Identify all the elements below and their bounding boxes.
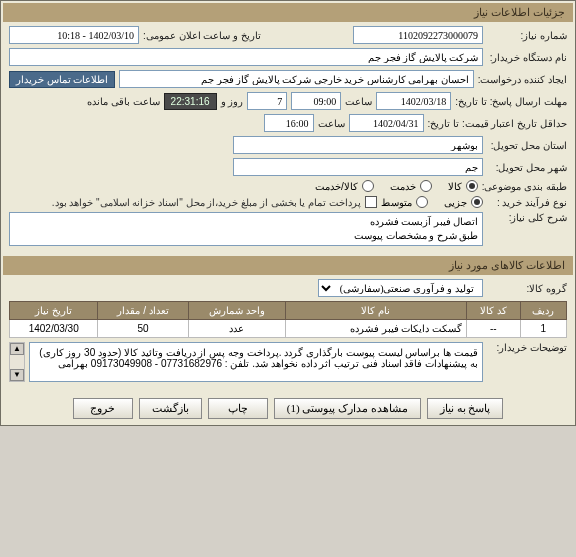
buyer-desc-box[interactable]: قیمت ها براساس لیست پیوست بارگذاری گردد … (29, 342, 483, 382)
radio-goods[interactable] (466, 180, 478, 192)
respond-button[interactable]: پاسخ به نیاز (427, 398, 504, 419)
deadline-date-input[interactable] (376, 92, 451, 110)
req-no-label: شماره نیاز: (487, 30, 567, 41)
category-label: طبقه بندی موضوعی: (482, 181, 567, 192)
buyer-input[interactable] (9, 48, 483, 66)
scroll-up-icon[interactable]: ▲ (10, 343, 24, 355)
radio-goods-label: کالا (448, 181, 462, 192)
buyer-label: نام دستگاه خریدار: (487, 52, 567, 63)
creator-input[interactable] (119, 70, 474, 88)
info-section: جزئیات اطلاعات نیاز شماره نیاز: تاریخ و … (3, 3, 573, 254)
group-select[interactable]: تولید و فرآوری صنعتی(سفارشی) (318, 279, 483, 297)
table-row[interactable]: 1 -- گسکت دایکات فیبر فشرده عدد 50 1402/… (10, 320, 567, 338)
announce-input[interactable] (9, 26, 139, 44)
announce-label: تاریخ و ساعت اعلان عمومی: (143, 30, 261, 41)
time-label-1: ساعت (345, 96, 372, 107)
cell-unit: عدد (188, 320, 285, 338)
radio-service-label: خدمت (390, 181, 416, 192)
items-section: اطلاعات کالاهای مورد نیاز گروه کالا: تول… (3, 256, 573, 390)
cell-code: -- (467, 320, 521, 338)
back-button[interactable]: بازگشت (139, 398, 202, 419)
cell-n: 1 (520, 320, 566, 338)
col-qty: تعداد / مقدار (98, 302, 188, 320)
validity-date-input[interactable] (349, 114, 424, 132)
info-header: جزئیات اطلاعات نیاز (3, 3, 573, 22)
desc-scrollbar: ▲ ▼ (9, 342, 25, 382)
col-unit: واحد شمارش (188, 302, 285, 320)
req-no-input[interactable] (353, 26, 483, 44)
validity-label: حداقل تاریخ اعتبار قیمت: تا تاریخ: (428, 118, 567, 129)
scroll-down-icon[interactable]: ▼ (10, 369, 24, 381)
cell-name: گسکت دایکات فیبر فشرده (285, 320, 467, 338)
button-bar: پاسخ به نیاز مشاهده مدارک پیوستی (1) چاپ… (1, 392, 575, 425)
items-table: ردیف کد کالا نام کالا واحد شمارش تعداد /… (9, 301, 567, 338)
buyer-desc-label: توضیحات خریدار: (487, 342, 567, 382)
time-label-2: ساعت (318, 118, 345, 129)
exit-button[interactable]: خروج (73, 398, 133, 419)
group-label: گروه کالا: (487, 283, 567, 294)
summary-label: شرح کلی نیاز: (487, 212, 567, 223)
summary-textarea[interactable]: اتصال فیبر آزبست فشرده طبق شرح و مشخصات … (9, 212, 483, 246)
col-code: کد کالا (467, 302, 521, 320)
radio-minor-label: جزیی (444, 197, 467, 208)
validity-time-input[interactable] (264, 114, 314, 132)
deadline-label: مهلت ارسال پاسخ: تا تاریخ: (455, 96, 567, 107)
radio-goods-service-label: کالا/خدمت (315, 181, 358, 192)
radio-service[interactable] (420, 180, 432, 192)
category-radio-group: کالا خدمت کالا/خدمت (315, 180, 478, 192)
creator-label: ایجاد کننده درخواست: (478, 74, 567, 85)
province-label: استان محل تحویل: (487, 140, 567, 151)
cell-qty: 50 (98, 320, 188, 338)
day-count-input[interactable] (247, 92, 287, 110)
province-input[interactable] (233, 136, 483, 154)
remaining-suffix: ساعت باقی مانده (87, 96, 160, 107)
items-header: اطلاعات کالاهای مورد نیاز (3, 256, 573, 275)
attachments-button[interactable]: مشاهده مدارک پیوستی (1) (274, 398, 421, 419)
radio-goods-service[interactable] (362, 180, 374, 192)
col-row: ردیف (520, 302, 566, 320)
buyer-desc-text: قیمت ها براساس لیست پیوست بارگذاری گردد … (34, 347, 478, 369)
process-label: نوع فرآیند خرید : (487, 197, 567, 208)
print-button[interactable]: چاپ (208, 398, 268, 419)
radio-medium-label: متوسط (381, 197, 412, 208)
table-header-row: ردیف کد کالا نام کالا واحد شمارش تعداد /… (10, 302, 567, 320)
main-panel: جزئیات اطلاعات نیاز شماره نیاز: تاریخ و … (0, 0, 576, 426)
deadline-time-input[interactable] (291, 92, 341, 110)
col-date: تاریخ نیاز (10, 302, 98, 320)
treasury-checkbox[interactable] (365, 196, 377, 208)
contact-buyer-button[interactable]: اطلاعات تماس خریدار (9, 71, 115, 88)
cell-date: 1402/03/30 (10, 320, 98, 338)
city-label: شهر محل تحویل: (487, 162, 567, 173)
day-label: روز و (221, 96, 244, 107)
radio-medium[interactable] (416, 196, 428, 208)
remaining-time-badge: 22:31:16 (164, 93, 217, 110)
city-input[interactable] (233, 158, 483, 176)
process-radio-group: جزیی متوسط (381, 196, 483, 208)
payment-note: پرداخت تمام یا بخشی از مبلغ خرید،از محل … (52, 197, 361, 208)
radio-minor[interactable] (471, 196, 483, 208)
col-name: نام کالا (285, 302, 467, 320)
